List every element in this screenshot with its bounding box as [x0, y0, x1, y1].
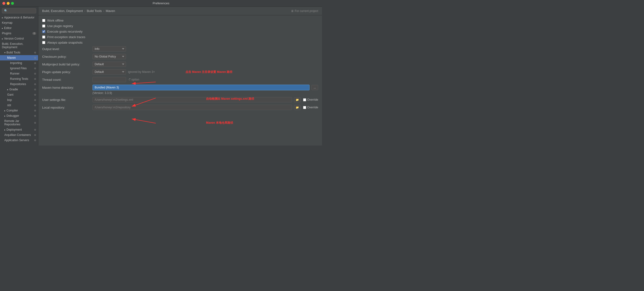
local-repo-control: 📁 Override	[92, 105, 318, 110]
sidebar-item-version-control[interactable]: ▸Version Control	[0, 36, 38, 41]
search-box[interactable]: 🔍	[2, 8, 36, 14]
user-settings-override-checkbox[interactable]	[303, 98, 306, 101]
sidebar-item-repositories[interactable]: Repositories⚙	[0, 82, 38, 87]
sidebar-item-label: Repositories	[10, 83, 26, 86]
local-repo-override-label: Override	[307, 106, 318, 109]
thread-count-row: Thread count: -T option	[42, 77, 318, 82]
close-button[interactable]	[2, 2, 5, 5]
sidebar-item-build-tools[interactable]: ▾Build Tools⚙	[0, 50, 38, 55]
minimize-button[interactable]	[7, 2, 10, 5]
sidebar-item-app-servers[interactable]: Application Servers⚙	[0, 138, 38, 143]
sidebar-item-remote-jar[interactable]: Remote Jar Repositories⚙	[0, 118, 38, 127]
settings-icon: ⚙	[34, 104, 36, 107]
user-settings-browse-button[interactable]: 📁	[294, 97, 301, 102]
checksum-policy-select[interactable]: No Global Policy Warn Fail	[92, 54, 126, 59]
sidebar-item-running-tests[interactable]: Running Tests⚙	[0, 76, 38, 82]
checksum-policy-row: Checksum policy: No Global Policy Warn F…	[42, 54, 318, 59]
execute-goals-label: Execute goals recursively	[47, 30, 82, 33]
execute-goals-checkbox[interactable]	[42, 30, 45, 33]
user-settings-input[interactable]	[92, 97, 292, 102]
sidebar: 🔍 ▸Appearance & BehaviorKeymap▸EditorPlu…	[0, 7, 38, 146]
work-offline-label: Work offline	[47, 19, 64, 22]
sidebar-item-editor[interactable]: ▸Editor	[0, 26, 38, 31]
settings-icon: ⚙	[34, 67, 36, 70]
settings-icon: ⚙	[34, 115, 36, 117]
breadcrumb-part1: Build, Execution, Deployment	[42, 9, 83, 13]
sidebar-item-label: Keymap	[2, 21, 12, 25]
sidebar-item-arquillian[interactable]: Arquillian Containers⚙	[0, 132, 38, 138]
sidebar-item-label: Remote Jar Repositories	[4, 119, 33, 126]
user-settings-control: 📁 Override	[92, 97, 318, 102]
work-offline-checkbox[interactable]	[42, 19, 45, 22]
settings-icon: ⚙	[34, 122, 36, 124]
arrow-icon: ▸	[2, 27, 3, 30]
sidebar-item-appearance[interactable]: ▸Appearance & Behavior	[0, 15, 38, 20]
checksum-policy-control: No Global Policy Warn Fail	[92, 54, 126, 59]
plugin-update-row: Plugin update policy: Default Never Alwa…	[42, 69, 318, 75]
arrow-icon: ▸	[4, 109, 6, 112]
always-update-label: Always update snapshots	[47, 41, 82, 44]
settings-icon: ⚙	[34, 99, 36, 101]
maven-home-select[interactable]: Bundled (Maven 3)	[92, 85, 310, 90]
always-update-row: Always update snapshots	[42, 41, 318, 44]
sidebar-item-label: Editor	[4, 26, 12, 30]
sidebar-item-maven[interactable]: Maven⚙	[0, 55, 38, 60]
print-exception-checkbox[interactable]	[42, 36, 45, 39]
settings-icon: ⚙	[34, 128, 36, 131]
local-repo-override-checkbox[interactable]	[303, 106, 306, 109]
sidebar-item-compiler[interactable]: ▸Compiler⚙	[0, 108, 38, 113]
sidebar-item-runner[interactable]: Runner⚙	[0, 71, 38, 76]
plugins-badge: 6	[32, 32, 36, 35]
sidebar-item-label: bsp	[7, 98, 12, 102]
local-repo-override: Override	[303, 106, 318, 109]
sidebar-item-gant[interactable]: Gant⚙	[0, 92, 38, 97]
maven-home-browse-button[interactable]: ...	[312, 85, 318, 90]
breadcrumb: Build, Execution, Deployment › Build Too…	[38, 7, 322, 15]
thread-count-input[interactable]	[92, 77, 126, 82]
multiproject-select[interactable]: Default Never Always	[92, 62, 126, 67]
sidebar-item-gradle[interactable]: ▸Gradle⚙	[0, 87, 38, 92]
sidebar-item-label: Compiler	[6, 109, 18, 112]
plugin-update-select[interactable]: Default Never Always	[92, 69, 126, 75]
maximize-button[interactable]	[11, 2, 14, 5]
local-repo-browse-button[interactable]: 📁	[294, 105, 301, 110]
local-repo-input[interactable]	[92, 105, 292, 110]
settings-icon: ⚙	[34, 62, 36, 65]
maven-home-control: Bundled (Maven 3) ...	[92, 85, 318, 90]
search-input[interactable]	[8, 9, 34, 13]
sidebar-item-ignored-files[interactable]: Ignored Files⚙	[0, 66, 38, 71]
window-controls[interactable]	[2, 2, 14, 5]
monitor-icon: 🖥	[291, 9, 294, 13]
sidebar-item-deployment[interactable]: ▸Deployment⚙	[0, 127, 38, 132]
sidebar-item-build-exec[interactable]: Build, Execution, Deployment	[0, 41, 38, 50]
sidebar-item-label: Maven	[7, 56, 16, 60]
print-exception-row: Print exception stack traces	[42, 35, 318, 39]
multiproject-row: Multiproject build fail policy: Default …	[42, 62, 318, 67]
sidebar-item-debugger[interactable]: ▸Debugger⚙	[0, 113, 38, 118]
always-update-checkbox[interactable]	[42, 41, 45, 44]
sidebar-item-plugins[interactable]: Plugins6	[0, 31, 38, 36]
local-repo-row: Local repository: 📁 Override	[42, 105, 318, 110]
sidebar-item-label: Importing	[10, 61, 22, 65]
settings-icon: ⚙	[34, 83, 36, 86]
sidebar-item-bsp[interactable]: bsp⚙	[0, 97, 38, 103]
for-current-project: 🖥 For current project	[291, 9, 318, 13]
work-offline-row: Work offline	[42, 19, 318, 22]
sidebar-item-sbt[interactable]: sbt⚙	[0, 103, 38, 108]
search-icon: 🔍	[4, 9, 8, 13]
sidebar-item-label: Appearance & Behavior	[4, 16, 34, 19]
arrow-icon: ▸	[7, 88, 8, 91]
sidebar-item-importing[interactable]: Importing⚙	[0, 60, 38, 66]
plugin-update-control: Default Never Always ignored by Maven 3+…	[92, 69, 232, 75]
sidebar-item-label: Arquillian Containers	[4, 133, 31, 137]
sidebar-item-label: Runner	[10, 72, 20, 75]
sidebar-item-label: Build Tools	[6, 51, 20, 54]
sidebar-item-keymap[interactable]: Keymap	[0, 20, 38, 26]
use-plugin-registry-checkbox[interactable]	[42, 25, 45, 28]
content-body: Work offline Use plugin registry Execute…	[38, 15, 322, 116]
sidebar-item-label: Ignored Files	[10, 67, 26, 70]
sidebar-item-label: Build, Execution, Deployment	[2, 42, 36, 49]
sidebar-item-label: Deployment	[6, 128, 22, 131]
ignored-by-maven-text: ignored by Maven 3+	[128, 70, 155, 74]
output-level-select[interactable]: Info Debug Warning Error	[92, 46, 126, 52]
